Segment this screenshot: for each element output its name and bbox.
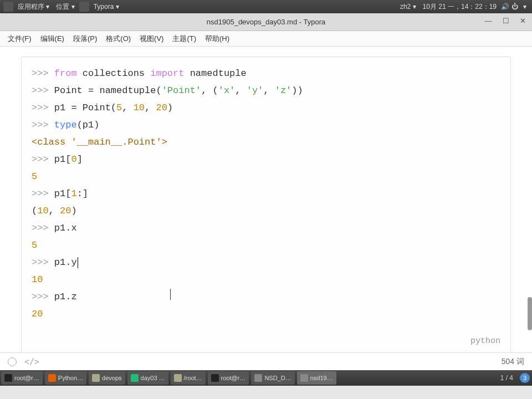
code-line: >>> p1.x bbox=[32, 219, 500, 237]
workspace-indicator[interactable]: 3 bbox=[520, 373, 530, 383]
code-line: 10 bbox=[32, 271, 500, 288]
code-line: >>> p1.z bbox=[32, 288, 500, 305]
power-icon[interactable]: ⏻ bbox=[510, 3, 520, 11]
task-terminal-2[interactable]: root@r… bbox=[208, 371, 249, 385]
code-language-label[interactable]: python bbox=[32, 323, 500, 350]
code-line: >>> p1 = Point(5, 10, 20) bbox=[32, 99, 500, 116]
menu-file[interactable]: 文件(F) bbox=[3, 32, 36, 45]
window-title: nsd1905_devops_day03.md - Typora bbox=[207, 18, 325, 26]
status-bar: </> 504 词 bbox=[0, 352, 532, 370]
code-line: >>> p1[1:] bbox=[32, 185, 500, 202]
places-menu[interactable]: 位置 ▾ bbox=[53, 2, 78, 12]
task-pycharm[interactable]: day03 … bbox=[127, 371, 168, 385]
workspace-pager[interactable]: 1 / 4 bbox=[496, 374, 518, 382]
secondary-cursor bbox=[170, 289, 171, 300]
active-app[interactable]: Typora ▾ bbox=[90, 3, 122, 11]
typora-icon bbox=[300, 374, 308, 382]
code-line: >>> type(p1) bbox=[32, 116, 500, 134]
activities-icon[interactable] bbox=[3, 2, 13, 12]
window-titlebar: nsd1905_devops_day03.md - Typora — ☐ ✕ bbox=[0, 13, 532, 31]
source-mode-icon[interactable]: </> bbox=[24, 357, 39, 367]
menu-paragraph[interactable]: 段落(P) bbox=[69, 32, 101, 45]
maximize-button[interactable]: ☐ bbox=[502, 18, 510, 25]
code-line: 5 bbox=[32, 237, 500, 254]
close-button[interactable]: ✕ bbox=[519, 18, 526, 25]
task-typora-active[interactable]: nsd19… bbox=[297, 371, 336, 385]
code-line: >>> from collections import namedtuple bbox=[32, 65, 500, 82]
code-line: >>> p1[0] bbox=[32, 151, 500, 168]
minimize-button[interactable]: — bbox=[484, 18, 492, 25]
editor-area[interactable]: >>> from collections import namedtuple >… bbox=[0, 47, 532, 352]
code-line: (10, 20) bbox=[32, 202, 500, 219]
typora-icon bbox=[254, 374, 262, 382]
gnome-top-panel: 应用程序 ▾ 位置 ▾ Typora ▾ zh2 ▾ 10月 21 一，14：2… bbox=[0, 0, 532, 13]
volume-icon[interactable]: 🔊 bbox=[500, 3, 510, 11]
firefox-icon bbox=[48, 374, 56, 382]
clock[interactable]: 10月 21 一，14：22：19 bbox=[420, 2, 500, 12]
applications-menu[interactable]: 应用程序 ▾ bbox=[14, 2, 53, 12]
scrollbar-thumb[interactable] bbox=[528, 297, 532, 330]
code-line: >>> Point = namedtuple('Point', ('x', 'y… bbox=[32, 82, 500, 99]
folder-icon bbox=[92, 374, 100, 382]
terminal-icon bbox=[4, 374, 12, 382]
terminal-icon bbox=[211, 374, 219, 382]
word-count[interactable]: 504 词 bbox=[502, 357, 524, 367]
app-menubar: 文件(F) 编辑(E) 段落(P) 格式(O) 视图(V) 主题(T) 帮助(H… bbox=[0, 31, 532, 47]
task-firefox[interactable]: Python… bbox=[45, 371, 86, 385]
pycharm-icon bbox=[131, 374, 139, 382]
menu-format[interactable]: 格式(O) bbox=[101, 32, 135, 45]
menu-help[interactable]: 帮助(H) bbox=[201, 32, 234, 45]
bottom-taskbar: root@r… Python… devops day03 … /root… ro… bbox=[0, 370, 532, 386]
menu-theme[interactable]: 主题(T) bbox=[168, 32, 201, 45]
code-line: 20 bbox=[32, 305, 500, 323]
task-typora-nsd[interactable]: NSD_D… bbox=[251, 371, 294, 385]
code-line: 5 bbox=[32, 168, 500, 185]
user-menu[interactable]: ▾ bbox=[520, 3, 530, 11]
text-cursor bbox=[78, 257, 78, 268]
folder-icon bbox=[174, 374, 182, 382]
code-block[interactable]: >>> from collections import namedtuple >… bbox=[21, 57, 511, 352]
menu-edit[interactable]: 编辑(E) bbox=[36, 32, 69, 45]
menu-view[interactable]: 视图(V) bbox=[135, 32, 168, 45]
app-icon bbox=[79, 2, 89, 12]
task-files-devops[interactable]: devops bbox=[89, 371, 125, 385]
code-line: <class '__main__.Point'> bbox=[32, 134, 500, 151]
code-line: >>> p1.y bbox=[32, 254, 500, 271]
ime-indicator[interactable]: zh2 ▾ bbox=[397, 3, 420, 11]
outline-toggle-icon[interactable] bbox=[8, 357, 17, 366]
task-terminal-1[interactable]: root@r… bbox=[1, 371, 43, 385]
task-files-root[interactable]: /root… bbox=[171, 371, 206, 385]
